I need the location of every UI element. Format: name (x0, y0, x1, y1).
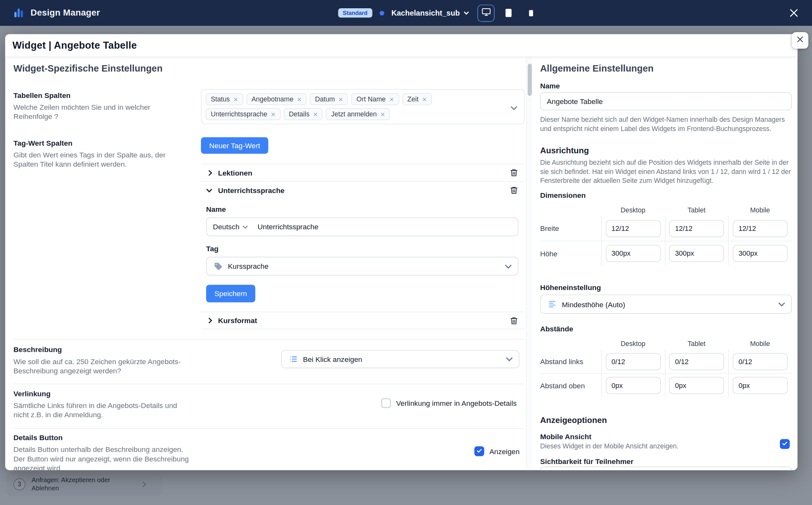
device-mobile-button[interactable] (527, 9, 536, 17)
phone-icon (527, 9, 536, 17)
chip-remove-icon[interactable]: × (271, 110, 276, 118)
column-header-tablet: Tablet (665, 206, 728, 213)
view-name: Kachelansicht_sub (391, 9, 460, 17)
name-combo: Deutsch (206, 217, 518, 236)
accordion-item-label: Lektionen (218, 169, 252, 177)
language-select[interactable]: Deutsch (207, 222, 253, 231)
chip-datum[interactable]: Datum× (310, 93, 348, 105)
trash-icon (509, 316, 518, 325)
chip-label: Ort Name (356, 96, 386, 103)
chip-zeit[interactable]: Zeit× (402, 93, 432, 105)
tablet-icon (503, 8, 514, 18)
hoeheneinstellung-select[interactable]: Mindesthöhe (Auto) (540, 295, 792, 314)
hoehe-desktop-input[interactable] (606, 245, 661, 262)
chip-label: Status (211, 96, 230, 103)
breite-desktop-input[interactable] (606, 220, 661, 237)
chip-angebotname[interactable]: Angebotname× (246, 93, 307, 105)
widget-name-input[interactable] (540, 92, 792, 110)
chip-label: Angebotname (252, 96, 294, 103)
row-label-abstand-links: Abstand links (540, 349, 601, 373)
divider (13, 383, 524, 384)
tabellen-spalten-description: Welche Zeilen möchten Sie und in welcher… (13, 103, 185, 121)
abstand-links-tablet-input[interactable] (669, 353, 724, 370)
dimensionen-label: Dimensionen (540, 191, 586, 199)
abstaende-table: Desktop Tablet Mobile Abstand links Abst… (540, 337, 792, 397)
modal-close-button[interactable] (792, 32, 808, 49)
abstaende-label: Abstände (540, 325, 573, 333)
chip-remove-icon[interactable]: × (297, 96, 302, 103)
sichtbarkeit-select[interactable] (540, 467, 792, 470)
scrollbar[interactable] (526, 57, 532, 470)
device-preview-switcher (477, 0, 535, 26)
row-label-breite: Breite (540, 216, 601, 241)
widget-specific-settings-panel: Widget-Spezifische Einstellungen Tabelle… (5, 57, 526, 470)
chevron-down-icon[interactable] (511, 104, 517, 110)
abstand-oben-desktop-input[interactable] (606, 377, 661, 394)
sidebar-heading: Allgemeine Einstellungen (540, 63, 654, 74)
hoehe-tablet-input[interactable] (669, 245, 724, 262)
widget-settings-dialog: Widget | Angebote Tabelle Widget-Spezifi… (5, 34, 797, 470)
list-icon (289, 355, 298, 363)
chip-remove-icon[interactable]: × (313, 110, 317, 118)
speichern-button[interactable]: Speichern (206, 285, 256, 302)
neuer-tag-wert-button[interactable]: Neuer Tag-Wert (201, 137, 269, 154)
row-label-hoehe: Höhe (540, 241, 601, 266)
modal-title: Widget | Angebote Tabelle (12, 40, 137, 51)
breite-tablet-input[interactable] (669, 220, 724, 237)
trash-icon (509, 186, 518, 195)
mobile-ansicht-description: Dieses Widget in der Mobile Ansicht anze… (540, 442, 758, 451)
monitor-icon (481, 7, 491, 19)
height-setting-icon (548, 300, 557, 309)
device-desktop-button[interactable] (477, 4, 495, 22)
topbar: Design Manager Standard Kachelansicht_su… (0, 0, 812, 26)
app-logo-icon (13, 7, 24, 19)
ausrichtung-heading: Ausrichtung (540, 146, 589, 155)
name-label: Name (206, 205, 518, 213)
column-chips-select[interactable]: Status× Angebotname× Datum× Ort Name× Ze… (201, 89, 525, 124)
tag-name-input[interactable] (253, 222, 518, 231)
mobile-ansicht-checkbox[interactable] (780, 439, 790, 449)
view-selector[interactable]: Kachelansicht_sub (391, 9, 468, 17)
tabellen-spalten-label: Tabellen Spalten (13, 91, 70, 100)
hoeheneinstellung-value: Mindesthöhe (Auto) (562, 300, 625, 309)
language-value: Deutsch (213, 222, 239, 231)
tag-select[interactable]: Kurssprache (206, 257, 518, 276)
chip-remove-icon[interactable]: × (233, 96, 238, 103)
chip-status[interactable]: Status× (205, 93, 243, 105)
chip-remove-icon[interactable]: × (380, 110, 385, 118)
abstand-oben-mobile-input[interactable] (733, 377, 788, 394)
abstand-links-mobile-input[interactable] (733, 353, 788, 370)
delete-button[interactable] (509, 186, 518, 195)
chip-remove-icon[interactable]: × (338, 96, 343, 103)
delete-button[interactable] (509, 168, 518, 177)
accordion-item-unterrichtssprache[interactable]: Unterrichtssprache (201, 181, 525, 199)
abstand-oben-tablet-input[interactable] (669, 377, 724, 394)
topbar-close-button[interactable] (788, 7, 800, 19)
chip-details[interactable]: Details× (284, 108, 323, 120)
breite-mobile-input[interactable] (733, 220, 788, 237)
accordion-item-kursformat[interactable]: Kursformat (201, 312, 525, 329)
tag-label: Tag (206, 244, 518, 253)
hoehe-mobile-input[interactable] (733, 245, 788, 262)
screen: Design Manager Standard Kachelansicht_su… (0, 0, 812, 505)
abstand-links-desktop-input[interactable] (606, 353, 661, 370)
standard-badge: Standard (338, 8, 372, 17)
chevron-down-icon (206, 186, 212, 192)
close-icon (796, 35, 804, 46)
chip-remove-icon[interactable]: × (422, 96, 427, 103)
verlinkung-checkbox[interactable] (381, 398, 391, 408)
delete-button[interactable] (509, 316, 518, 325)
table-row-breite: Breite (540, 216, 792, 241)
chip-remove-icon[interactable]: × (389, 96, 394, 103)
accordion-item-lektionen[interactable]: Lektionen (201, 164, 525, 181)
scrollbar-thumb[interactable] (528, 63, 532, 96)
chip-unterrichtssprache[interactable]: Unterrichtssprache× (205, 108, 281, 120)
modal-body: Widget-Spezifische Einstellungen Tabelle… (5, 57, 797, 470)
device-tablet-button[interactable] (503, 8, 514, 18)
beschreibung-value: Bei Klick anzeigen (303, 355, 362, 363)
details-button-label: Details Button (13, 434, 62, 442)
chip-ort-name[interactable]: Ort Name× (351, 93, 399, 105)
chip-jetzt-anmelden[interactable]: Jetzt anmelden× (326, 108, 390, 120)
beschreibung-select[interactable]: Bei Klick anzeigen (281, 350, 519, 368)
anzeigen-checkbox[interactable] (474, 446, 484, 456)
